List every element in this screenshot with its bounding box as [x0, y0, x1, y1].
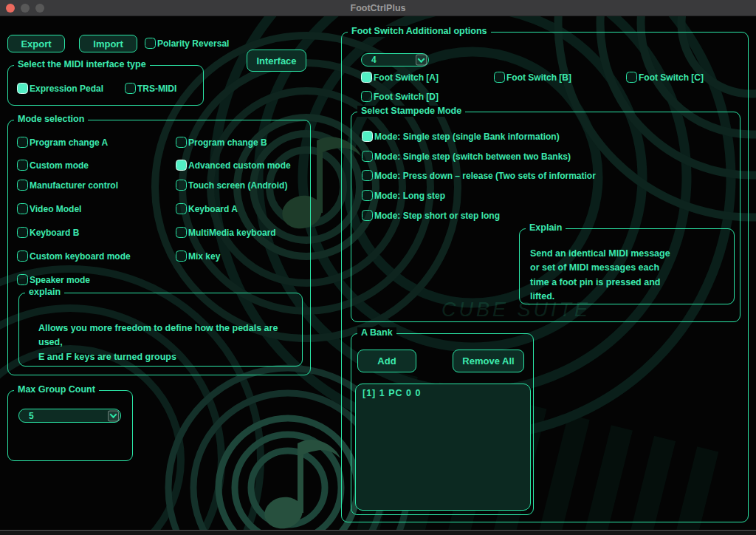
- import-button-label: Import: [93, 38, 123, 50]
- export-button[interactable]: Export: [7, 35, 65, 52]
- max-group-count-select[interactable]: 5: [18, 409, 121, 423]
- checkbox-label: Foot Switch [C]: [639, 72, 704, 83]
- checkbox-label: Custom mode: [30, 160, 89, 171]
- group-legend: A Bank: [357, 327, 396, 338]
- checkbox-manufacturer-control[interactable]: Manufacturer control: [17, 180, 118, 191]
- checkbox-touch-screen-android[interactable]: Touch screen (Android): [176, 180, 287, 191]
- group-legend: explain: [25, 287, 64, 298]
- checkbox-video-model[interactable]: Video Model: [17, 203, 81, 214]
- stampede-explain-group: Explain Send an identical MIDI message o…: [519, 228, 735, 304]
- checkbox-box: [176, 227, 187, 238]
- checkbox-box: [361, 72, 372, 83]
- note-glyph: [261, 440, 340, 533]
- titlebar: FootCtrlPlus: [0, 0, 756, 16]
- mode-selection-group: Mode selection Program change A Custom m…: [7, 120, 311, 375]
- checkbox-mode-single-step-single-bank[interactable]: Mode: Single step (single Bank informati…: [362, 131, 560, 142]
- checkbox-box: [17, 251, 28, 262]
- checkbox-custom-mode[interactable]: Custom mode: [17, 160, 89, 171]
- remove-all-button[interactable]: Remove All: [453, 350, 524, 372]
- checkbox-mode-press-down-release[interactable]: Mode: Press down – release (Two sets of …: [362, 170, 596, 181]
- checkbox-label: Mode: Press down – release (Two sets of …: [374, 171, 596, 181]
- checkbox-keyboard-b[interactable]: Keyboard B: [17, 227, 79, 238]
- list-item[interactable]: [1] 1 PC 0 0: [356, 384, 530, 402]
- explain-text: Send an identical MIDI message or set of…: [530, 247, 715, 304]
- checkbox-label: Foot Switch [A]: [374, 72, 439, 83]
- checkbox-label: Polarity Reversal: [157, 38, 229, 49]
- chevron-down-icon: [108, 410, 119, 421]
- checkbox-custom-keyboard-mode[interactable]: Custom keyboard mode: [17, 251, 131, 262]
- checkbox-box: [17, 180, 28, 191]
- remove-all-button-label: Remove All: [462, 355, 514, 367]
- checkbox-mode-single-step-two-banks[interactable]: Mode: Single step (switch between two Ba…: [362, 151, 571, 162]
- stampede-mode-group: Select Stampede Mode Mode: Single step (…: [351, 112, 740, 322]
- checkbox-box: [362, 190, 373, 201]
- checkbox-box: [17, 160, 28, 171]
- checkbox-box: [494, 72, 505, 83]
- checkbox-multimedia-keyboard[interactable]: MultiMedia keyboard: [176, 227, 276, 238]
- group-legend: Mode selection: [14, 114, 88, 125]
- group-legend: Max Group Count: [14, 384, 99, 395]
- midi-interface-group: Select the MIDI interface type Expressio…: [7, 65, 204, 106]
- checkbox-program-change-b[interactable]: Program change B: [176, 137, 267, 148]
- checkbox-foot-switch-c[interactable]: Foot Switch [C]: [626, 72, 704, 83]
- add-button-label: Add: [377, 355, 396, 367]
- checkbox-foot-switch-a[interactable]: Foot Switch [A]: [361, 72, 439, 83]
- checkbox-program-change-a[interactable]: Program change A: [17, 137, 108, 148]
- checkbox-label: MultiMedia keyboard: [188, 228, 276, 238]
- add-button[interactable]: Add: [357, 350, 416, 372]
- checkbox-mix-key[interactable]: Mix key: [176, 251, 220, 262]
- foot-switch-count-select[interactable]: 4: [361, 53, 429, 67]
- checkbox-box: [17, 203, 28, 214]
- max-group-count-group: Max Group Count 5: [7, 390, 133, 461]
- export-button-label: Export: [21, 38, 51, 50]
- checkbox-label: Keyboard B: [30, 228, 79, 238]
- interface-button[interactable]: Interface: [247, 50, 306, 72]
- checkbox-label: Advanced custom mode: [188, 160, 291, 171]
- dropdown-value: 5: [19, 411, 34, 421]
- checkbox-label: Touch screen (Android): [188, 180, 287, 191]
- checkbox-mode-long-step[interactable]: Mode: Long step: [362, 190, 445, 201]
- checkbox-box: [362, 131, 373, 142]
- mode-explain-group: explain Allows you more freedom to defin…: [18, 293, 303, 367]
- checkbox-label: Program change A: [30, 137, 108, 148]
- checkbox-box: [17, 274, 28, 285]
- group-legend: Select the MIDI interface type: [14, 59, 150, 70]
- import-button[interactable]: Import: [79, 35, 137, 52]
- checkbox-label: Foot Switch [D]: [374, 92, 439, 102]
- checkbox-foot-switch-b[interactable]: Foot Switch [B]: [494, 72, 571, 83]
- checkbox-box: [361, 91, 372, 102]
- checkbox-advanced-custom-mode[interactable]: Advanced custom mode: [176, 160, 291, 171]
- explain-text: Allows you more freedom to define how th…: [38, 321, 297, 364]
- checkbox-label: TRS-MIDI: [137, 84, 176, 94]
- checkbox-box: [17, 83, 28, 94]
- checkbox-expression-pedal[interactable]: Expression Pedal: [17, 83, 103, 94]
- a-bank-group: A Bank Add Remove All [1] 1 PC 0 0: [351, 333, 534, 515]
- chevron-down-icon: [416, 55, 427, 66]
- checkbox-box: [176, 251, 187, 262]
- checkbox-label: Manufacturer control: [30, 180, 118, 191]
- checkbox-box: [125, 83, 136, 94]
- checkbox-mode-step-short-or-long[interactable]: Mode: Step short or step long: [362, 210, 500, 221]
- checkbox-box: [362, 210, 373, 221]
- checkbox-label: Mode: Single step (switch between two Ba…: [374, 151, 571, 162]
- checkbox-box: [626, 72, 637, 83]
- checkbox-label: Video Model: [30, 204, 81, 214]
- checkbox-label: Mode: Single step (single Bank informati…: [374, 132, 560, 142]
- checkbox-box: [176, 160, 187, 171]
- interface-button-label: Interface: [256, 55, 296, 67]
- checkbox-box: [17, 137, 28, 148]
- checkbox-polarity-reversal[interactable]: Polarity Reversal: [145, 38, 229, 49]
- checkbox-label: Custom keyboard mode: [30, 251, 131, 262]
- checkbox-box: [145, 38, 156, 49]
- checkbox-foot-switch-d[interactable]: Foot Switch [D]: [361, 91, 439, 102]
- checkbox-box: [176, 203, 187, 214]
- checkbox-label: Keyboard A: [188, 204, 238, 214]
- a-bank-list[interactable]: [1] 1 PC 0 0: [355, 384, 531, 511]
- checkbox-label: Expression Pedal: [30, 84, 103, 94]
- checkbox-keyboard-a[interactable]: Keyboard A: [176, 203, 238, 214]
- app-window: { "window": { "title": "FootCtrlPlus" },…: [0, 0, 756, 535]
- checkbox-speaker-mode[interactable]: Speaker mode: [17, 274, 90, 285]
- checkbox-box: [17, 227, 28, 238]
- checkbox-label: Speaker mode: [30, 275, 90, 285]
- checkbox-trs-midi[interactable]: TRS-MIDI: [125, 83, 176, 94]
